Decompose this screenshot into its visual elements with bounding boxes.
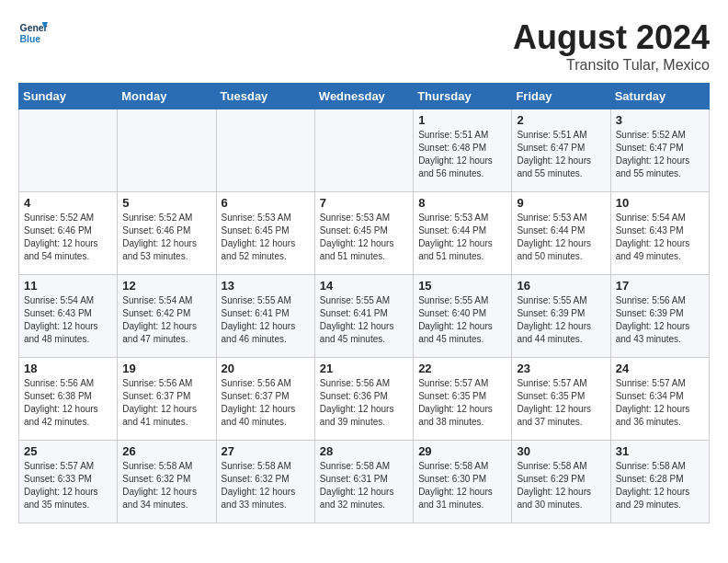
calendar-cell xyxy=(19,109,118,192)
calendar-cell xyxy=(118,109,216,192)
day-number: 3 xyxy=(616,113,704,127)
calendar-week-row: 18Sunrise: 5:56 AM Sunset: 6:38 PM Dayli… xyxy=(19,358,710,441)
day-info: Sunrise: 5:52 AM Sunset: 6:46 PM Dayligh… xyxy=(24,212,112,263)
day-number: 11 xyxy=(24,279,112,293)
svg-text:Blue: Blue xyxy=(20,34,41,44)
calendar-cell: 8Sunrise: 5:53 AM Sunset: 6:44 PM Daylig… xyxy=(414,192,512,275)
header-thursday: Thursday xyxy=(414,84,512,109)
day-number: 7 xyxy=(320,196,408,210)
day-info: Sunrise: 5:53 AM Sunset: 6:44 PM Dayligh… xyxy=(517,212,605,263)
calendar-cell: 19Sunrise: 5:56 AM Sunset: 6:37 PM Dayli… xyxy=(118,358,216,441)
day-number: 21 xyxy=(320,362,408,375)
day-info: Sunrise: 5:55 AM Sunset: 6:41 PM Dayligh… xyxy=(320,294,408,346)
day-number: 5 xyxy=(122,196,210,210)
day-info: Sunrise: 5:55 AM Sunset: 6:40 PM Dayligh… xyxy=(418,294,506,346)
calendar-cell: 26Sunrise: 5:58 AM Sunset: 6:32 PM Dayli… xyxy=(118,441,216,523)
calendar-cell: 11Sunrise: 5:54 AM Sunset: 6:43 PM Dayli… xyxy=(19,275,118,358)
calendar-cell xyxy=(216,109,314,192)
day-info: Sunrise: 5:58 AM Sunset: 6:31 PM Dayligh… xyxy=(320,460,408,511)
day-number: 2 xyxy=(517,113,605,127)
day-info: Sunrise: 5:58 AM Sunset: 6:32 PM Dayligh… xyxy=(122,460,210,511)
calendar-week-row: 4Sunrise: 5:52 AM Sunset: 6:46 PM Daylig… xyxy=(19,192,710,275)
calendar-cell: 28Sunrise: 5:58 AM Sunset: 6:31 PM Dayli… xyxy=(314,441,413,523)
day-info: Sunrise: 5:55 AM Sunset: 6:41 PM Dayligh… xyxy=(222,294,310,346)
calendar-week-row: 11Sunrise: 5:54 AM Sunset: 6:43 PM Dayli… xyxy=(19,275,710,358)
day-info: Sunrise: 5:56 AM Sunset: 6:38 PM Dayligh… xyxy=(24,377,112,429)
day-number: 25 xyxy=(24,444,112,458)
day-number: 14 xyxy=(320,279,408,293)
logo-icon: General Blue xyxy=(18,18,48,48)
calendar-cell: 18Sunrise: 5:56 AM Sunset: 6:38 PM Dayli… xyxy=(19,358,118,441)
day-number: 9 xyxy=(517,196,605,210)
day-info: Sunrise: 5:58 AM Sunset: 6:30 PM Dayligh… xyxy=(418,460,506,511)
calendar-cell: 27Sunrise: 5:58 AM Sunset: 6:32 PM Dayli… xyxy=(216,441,314,523)
day-info: Sunrise: 5:58 AM Sunset: 6:29 PM Dayligh… xyxy=(517,460,605,511)
day-info: Sunrise: 5:56 AM Sunset: 6:37 PM Dayligh… xyxy=(222,377,310,429)
day-number: 1 xyxy=(418,113,506,127)
calendar-cell: 14Sunrise: 5:55 AM Sunset: 6:41 PM Dayli… xyxy=(314,275,413,358)
calendar-cell: 30Sunrise: 5:58 AM Sunset: 6:29 PM Dayli… xyxy=(512,441,610,523)
logo: General Blue xyxy=(18,18,48,48)
day-number: 23 xyxy=(517,362,605,375)
calendar-subtitle: Transito Tular, Mexico xyxy=(513,57,710,74)
calendar-cell: 21Sunrise: 5:56 AM Sunset: 6:36 PM Dayli… xyxy=(314,358,413,441)
day-info: Sunrise: 5:58 AM Sunset: 6:28 PM Dayligh… xyxy=(616,460,704,511)
calendar-title: August 2024 xyxy=(513,18,710,57)
calendar-cell: 16Sunrise: 5:55 AM Sunset: 6:39 PM Dayli… xyxy=(512,275,610,358)
day-number: 6 xyxy=(222,196,310,210)
calendar-cell: 2Sunrise: 5:51 AM Sunset: 6:47 PM Daylig… xyxy=(512,109,610,192)
day-info: Sunrise: 5:56 AM Sunset: 6:39 PM Dayligh… xyxy=(616,294,704,346)
calendar-cell: 7Sunrise: 5:53 AM Sunset: 6:45 PM Daylig… xyxy=(314,192,413,275)
day-info: Sunrise: 5:52 AM Sunset: 6:46 PM Dayligh… xyxy=(122,212,210,263)
header-friday: Friday xyxy=(512,84,610,109)
header-tuesday: Tuesday xyxy=(216,84,314,109)
calendar-cell: 3Sunrise: 5:52 AM Sunset: 6:47 PM Daylig… xyxy=(610,109,709,192)
day-number: 19 xyxy=(122,362,210,375)
calendar-cell: 1Sunrise: 5:51 AM Sunset: 6:48 PM Daylig… xyxy=(414,109,512,192)
day-number: 4 xyxy=(24,196,112,210)
calendar-cell: 25Sunrise: 5:57 AM Sunset: 6:33 PM Dayli… xyxy=(19,441,118,523)
day-info: Sunrise: 5:54 AM Sunset: 6:43 PM Dayligh… xyxy=(24,294,112,346)
page-header: General Blue August 2024 Transito Tular,… xyxy=(18,18,710,74)
calendar-week-row: 1Sunrise: 5:51 AM Sunset: 6:48 PM Daylig… xyxy=(19,109,710,192)
calendar-header-row: SundayMondayTuesdayWednesdayThursdayFrid… xyxy=(19,84,710,109)
calendar-week-row: 25Sunrise: 5:57 AM Sunset: 6:33 PM Dayli… xyxy=(19,441,710,523)
day-number: 8 xyxy=(418,196,506,210)
day-number: 30 xyxy=(517,444,605,458)
day-info: Sunrise: 5:51 AM Sunset: 6:47 PM Dayligh… xyxy=(517,129,605,180)
calendar-cell: 9Sunrise: 5:53 AM Sunset: 6:44 PM Daylig… xyxy=(512,192,610,275)
header-wednesday: Wednesday xyxy=(314,84,413,109)
day-info: Sunrise: 5:56 AM Sunset: 6:36 PM Dayligh… xyxy=(320,377,408,429)
title-block: August 2024 Transito Tular, Mexico xyxy=(513,18,710,74)
calendar-cell: 17Sunrise: 5:56 AM Sunset: 6:39 PM Dayli… xyxy=(610,275,709,358)
day-info: Sunrise: 5:54 AM Sunset: 6:42 PM Dayligh… xyxy=(122,294,210,346)
day-number: 26 xyxy=(122,444,210,458)
day-info: Sunrise: 5:53 AM Sunset: 6:45 PM Dayligh… xyxy=(222,212,310,263)
day-info: Sunrise: 5:54 AM Sunset: 6:43 PM Dayligh… xyxy=(616,212,704,263)
day-number: 24 xyxy=(616,362,704,375)
day-number: 27 xyxy=(222,444,310,458)
day-number: 18 xyxy=(24,362,112,375)
day-info: Sunrise: 5:52 AM Sunset: 6:47 PM Dayligh… xyxy=(616,129,704,180)
day-number: 28 xyxy=(320,444,408,458)
calendar-cell: 31Sunrise: 5:58 AM Sunset: 6:28 PM Dayli… xyxy=(610,441,709,523)
day-info: Sunrise: 5:51 AM Sunset: 6:48 PM Dayligh… xyxy=(418,129,506,180)
calendar-cell xyxy=(314,109,413,192)
day-info: Sunrise: 5:58 AM Sunset: 6:32 PM Dayligh… xyxy=(222,460,310,511)
day-number: 15 xyxy=(418,279,506,293)
day-number: 22 xyxy=(418,362,506,375)
calendar-cell: 13Sunrise: 5:55 AM Sunset: 6:41 PM Dayli… xyxy=(216,275,314,358)
day-number: 12 xyxy=(122,279,210,293)
header-saturday: Saturday xyxy=(610,84,709,109)
day-number: 31 xyxy=(616,444,704,458)
calendar-cell: 20Sunrise: 5:56 AM Sunset: 6:37 PM Dayli… xyxy=(216,358,314,441)
calendar-cell: 29Sunrise: 5:58 AM Sunset: 6:30 PM Dayli… xyxy=(414,441,512,523)
calendar-cell: 24Sunrise: 5:57 AM Sunset: 6:34 PM Dayli… xyxy=(610,358,709,441)
day-info: Sunrise: 5:57 AM Sunset: 6:35 PM Dayligh… xyxy=(418,377,506,429)
header-sunday: Sunday xyxy=(19,84,118,109)
calendar-cell: 6Sunrise: 5:53 AM Sunset: 6:45 PM Daylig… xyxy=(216,192,314,275)
calendar-cell: 10Sunrise: 5:54 AM Sunset: 6:43 PM Dayli… xyxy=(610,192,709,275)
calendar-cell: 4Sunrise: 5:52 AM Sunset: 6:46 PM Daylig… xyxy=(19,192,118,275)
calendar-cell: 22Sunrise: 5:57 AM Sunset: 6:35 PM Dayli… xyxy=(414,358,512,441)
day-info: Sunrise: 5:55 AM Sunset: 6:39 PM Dayligh… xyxy=(517,294,605,346)
